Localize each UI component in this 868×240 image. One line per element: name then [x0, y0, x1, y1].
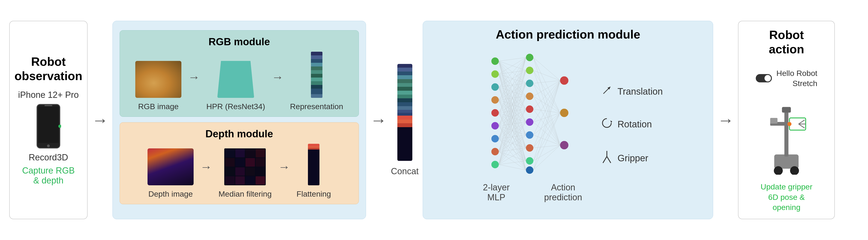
- action-row: 2-layer MLP Action prediction Translatio…: [432, 48, 704, 203]
- svg-line-117: [533, 57, 560, 81]
- svg-point-160: [526, 105, 533, 113]
- obs-to-rgb-arrow: →: [92, 110, 108, 130]
- concat-section: Concat: [391, 64, 418, 176]
- robot-stretch-visual: [754, 98, 819, 175]
- svg-rect-178: [784, 110, 789, 157]
- svg-line-138: [533, 71, 560, 145]
- rotation-label: Rotation: [617, 119, 652, 130]
- translation-label: Translation: [617, 86, 663, 97]
- toggle-switch[interactable]: [756, 74, 772, 82]
- svg-point-163: [526, 144, 533, 152]
- rgb-depth-panel: RGB module RGB image → HPR (ResNet34) →: [113, 21, 366, 219]
- svg-line-137: [533, 57, 560, 145]
- svg-line-143: [533, 135, 560, 145]
- rgb-arrow2: →: [272, 70, 283, 84]
- svg-point-153: [491, 135, 499, 142]
- svg-line-136: [533, 113, 560, 170]
- depth-image-label: Depth image: [149, 189, 193, 198]
- phone-model-label: iPhone 12+ Pro: [18, 90, 79, 100]
- neural-network-visual: [486, 48, 574, 178]
- rgb-module-row: RGB image → HPR (ResNet34) →: [126, 52, 352, 111]
- svg-point-167: [560, 109, 568, 117]
- svg-point-148: [491, 71, 499, 78]
- svg-line-134: [533, 113, 560, 148]
- mlp-label: 2-layer MLP: [473, 183, 519, 203]
- rgb-module-panel: RGB module RGB image → HPR (ResNet34) →: [120, 30, 359, 117]
- svg-line-118: [533, 71, 560, 81]
- concat-label: Concat: [391, 166, 418, 176]
- svg-point-157: [526, 67, 533, 74]
- phone-container: iPhone 12+ Pro Record3D Capture RGB & de…: [18, 90, 79, 186]
- gripper-label: Gripper: [617, 153, 648, 163]
- svg-point-152: [491, 122, 499, 130]
- update-label: Update gripper 6D pose & opening: [761, 182, 812, 212]
- svg-point-150: [491, 96, 499, 104]
- flatten-bar-visual: [308, 144, 319, 185]
- mlp-section: 2-layer MLP Action prediction: [473, 48, 586, 203]
- action-prediction-panel: Action prediction module: [423, 21, 713, 219]
- action-to-robot-arrow: →: [717, 110, 734, 130]
- svg-marker-171: [610, 121, 612, 123]
- svg-point-164: [526, 157, 533, 164]
- rgb-image-label: RGB image: [138, 102, 179, 111]
- median-filter-item: Median filtering: [218, 149, 272, 198]
- hello-robot-label: Hello Robot Stretch: [776, 68, 817, 88]
- depth-module-title: Depth module: [126, 128, 352, 140]
- svg-line-27: [499, 57, 526, 61]
- depth-image-item: Depth image: [148, 149, 194, 198]
- svg-line-115: [499, 161, 526, 164]
- svg-rect-186: [782, 107, 791, 113]
- median-filter-visual: [224, 149, 266, 185]
- svg-point-156: [526, 54, 533, 61]
- svg-line-121: [533, 81, 560, 109]
- depth-module-row: Depth image →: [126, 144, 352, 198]
- svg-point-168: [560, 141, 568, 149]
- phone-icon: [36, 103, 61, 149]
- svg-line-183: [799, 124, 805, 128]
- svg-point-147: [491, 57, 499, 65]
- svg-line-131: [533, 109, 560, 113]
- median-filter-label: Median filtering: [218, 189, 272, 198]
- repr-bar-visual: [311, 52, 322, 98]
- svg-rect-185: [770, 118, 778, 124]
- rgb-arrow1: →: [188, 70, 200, 84]
- app-name-label: Record3D: [29, 153, 68, 162]
- svg-point-161: [526, 118, 533, 126]
- action-module-title: Action prediction module: [496, 27, 640, 41]
- robot-toggle-row: Hello Robot Stretch: [756, 68, 817, 88]
- svg-line-182: [799, 120, 805, 124]
- svg-line-129: [533, 83, 560, 113]
- hpr-label: HPR (ResNet34): [206, 102, 265, 111]
- svg-point-155: [491, 161, 499, 168]
- svg-line-174: [607, 157, 611, 163]
- translation-item: Translation: [600, 84, 663, 98]
- svg-point-165: [526, 166, 533, 174]
- rgb-module-title: RGB module: [126, 36, 352, 48]
- robot-action-panel: Robot action Hello Robot Stretch: [738, 21, 835, 219]
- svg-point-151: [491, 109, 499, 116]
- rgb-image-item: RGB image: [135, 61, 181, 111]
- rotation-item: Rotation: [600, 117, 663, 132]
- flatten-label: Flattening: [297, 189, 331, 198]
- repr-label: Representation: [290, 102, 343, 111]
- gripper-icon: [600, 150, 614, 166]
- svg-point-2: [47, 144, 50, 147]
- depth-arrow1: →: [200, 160, 212, 174]
- svg-point-162: [526, 131, 533, 139]
- mlp-labels: 2-layer MLP Action prediction: [473, 180, 586, 203]
- capture-label: Capture RGB & depth: [22, 166, 75, 186]
- svg-line-128: [533, 71, 560, 113]
- translation-icon: [600, 84, 614, 98]
- prediction-label: Action prediction: [540, 183, 586, 203]
- svg-point-176: [774, 166, 783, 175]
- hpr-visual: [217, 61, 254, 98]
- svg-line-135: [533, 113, 560, 161]
- svg-point-177: [790, 166, 799, 175]
- svg-point-154: [491, 148, 499, 155]
- svg-point-149: [491, 83, 499, 91]
- rotation-icon: [600, 117, 614, 132]
- svg-point-159: [526, 92, 533, 100]
- repr-item: Representation: [290, 52, 343, 111]
- robot-observation-panel: Robot observation iPhone 12+ Pro Record3…: [9, 21, 88, 219]
- robot-action-title: Robot action: [769, 28, 804, 56]
